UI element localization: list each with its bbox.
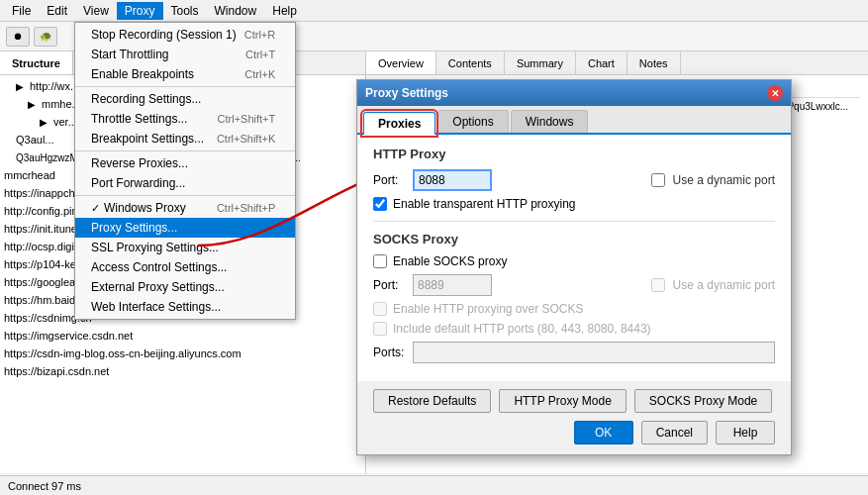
http-transparent-row: Enable transparent HTTP proxying [373,197,775,211]
main-tabs: Overview Contents Summary Chart Notes [366,51,868,75]
menu-item-start-throttling[interactable]: Start Throttling Ctrl+T [75,45,295,64]
socks-enable-label: Enable SOCKS proxy [393,254,507,268]
proxy-settings-dialog: Proxy Settings ✕ Proxies Options Windows… [356,79,792,455]
menu-item-web-interface[interactable]: Web Interface Settings... [75,297,295,317]
dialog-title: Proxy Settings [365,86,448,100]
menu-item-breakpoint-settings[interactable]: Breakpoint Settings... Ctrl+Shift+K [75,129,295,148]
http-transparent-checkbox[interactable] [373,197,387,211]
expand-icon: ▶ [16,81,30,92]
dialog-tab-options[interactable]: Options [437,110,508,133]
tab-summary[interactable]: Summary [505,51,576,74]
socks-ports-input[interactable] [413,342,775,363]
list-item[interactable]: https://imgservice.csdn.net [0,327,365,345]
socks-enable-row: Enable SOCKS proxy [373,254,775,268]
menu-item-external-proxy[interactable]: External Proxy Settings... [75,277,295,297]
socks-default-ports-checkbox[interactable] [373,322,387,336]
http-proxy-mode-button[interactable]: HTTP Proxy Mode [499,389,626,413]
socks-port-label: Port: [373,278,405,292]
help-button[interactable]: Help [716,421,775,445]
ok-button[interactable]: OK [574,421,633,445]
proxy-dropdown-menu: Stop Recording (Session 1) Ctrl+R Start … [74,22,296,320]
http-port-row: Port: Use a dynamic port [373,169,775,191]
dialog-tabs: Proxies Options Windows [357,106,791,135]
menu-item-recording-settings[interactable]: Recording Settings... [75,89,295,109]
checkmark-icon: ✓ [91,202,100,215]
list-item[interactable]: https://csdn-img-blog.oss-cn-beijing.ali… [0,345,365,362]
dialog-footer-bottom: OK Cancel Help [357,417,791,454]
socks-enable-checkbox[interactable] [373,254,387,268]
tab-notes[interactable]: Notes [627,51,681,74]
menu-item-reverse-proxies[interactable]: Reverse Proxies... [75,153,295,173]
menu-item-access-control[interactable]: Access Control Settings... [75,257,295,277]
socks-port-row: Port: Use a dynamic port [373,274,775,296]
menu-item-stop-recording[interactable]: Stop Recording (Session 1) Ctrl+R [75,25,295,45]
record-btn[interactable]: ⏺ [6,27,30,47]
dialog-close-button[interactable]: ✕ [767,85,783,101]
dialog-tab-proxies[interactable]: Proxies [363,112,435,135]
menu-separator [75,195,295,196]
http-transparent-label: Enable transparent HTTP proxying [393,197,576,211]
socks-dynamic-port-checkbox[interactable] [651,278,665,292]
menu-item-throttle-settings[interactable]: Throttle Settings... Ctrl+Shift+T [75,109,295,129]
expand-icon: ▶ [40,117,53,128]
socks-default-ports-label: Include default HTTP ports (80, 443, 808… [393,322,651,336]
status-bar: Connect 97 ms [0,475,868,495]
menu-edit[interactable]: Edit [39,2,75,20]
list-item[interactable]: https://bizapi.csdn.net [0,362,365,380]
socks-http-over-checkbox[interactable] [373,302,387,316]
menu-item-enable-breakpoints[interactable]: Enable Breakpoints Ctrl+K [75,64,295,84]
tab-chart[interactable]: Chart [576,51,627,74]
http-port-label: Port: [373,173,405,187]
status-text: Connect 97 ms [8,480,81,492]
socks-http-over-row: Enable HTTP proxying over SOCKS [373,302,775,316]
restore-defaults-button[interactable]: Restore Defaults [373,389,491,413]
socks-port-input[interactable] [413,274,492,296]
menu-file[interactable]: File [4,2,39,20]
dialog-footer-top: Restore Defaults HTTP Proxy Mode SOCKS P… [357,381,791,417]
menu-item-windows-proxy[interactable]: ✓ Windows Proxy Ctrl+Shift+P [75,198,295,218]
app-window: File Edit View Proxy Tools Window Help ⏺… [0,0,868,495]
dialog-tab-windows[interactable]: Windows [511,110,589,133]
menu-bar: File Edit View Proxy Tools Window Help [0,0,868,22]
section-divider [373,221,775,222]
socks-default-ports-row: Include default HTTP ports (80, 443, 808… [373,322,775,336]
socks-proxy-mode-button[interactable]: SOCKS Proxy Mode [634,389,772,413]
socks-ports-label: Ports: [373,346,405,359]
socks-ports-row: Ports: [373,342,775,363]
http-proxy-title: HTTP Proxy [373,147,775,161]
tab-contents[interactable]: Contents [436,51,505,74]
menu-help[interactable]: Help [264,2,305,20]
http-dynamic-port-checkbox[interactable] [651,173,665,187]
socks-proxy-title: SOCKS Proxy [373,232,775,247]
socks-http-over-label: Enable HTTP proxying over SOCKS [393,302,584,316]
menu-item-ssl-proxying[interactable]: SSL Proxying Settings... [75,238,295,257]
menu-separator [75,150,295,151]
http-dynamic-port-label: Use a dynamic port [673,173,775,187]
cancel-button[interactable]: Cancel [641,421,708,445]
menu-window[interactable]: Window [207,2,265,20]
expand-icon: ▶ [28,99,42,110]
menu-tools[interactable]: Tools [163,2,207,20]
menu-proxy[interactable]: Proxy [117,2,163,20]
dialog-body: HTTP Proxy Port: Use a dynamic port Enab… [357,135,791,381]
menu-separator [75,86,295,87]
sidebar-tab-structure[interactable]: Structure [0,51,73,74]
menu-item-port-forwarding[interactable]: Port Forwarding... [75,173,295,193]
tab-overview[interactable]: Overview [366,51,436,74]
throttle-btn[interactable]: 🐢 [34,27,57,47]
socks-dynamic-port-label: Use a dynamic port [673,278,775,292]
dialog-titlebar: Proxy Settings ✕ [357,80,791,106]
menu-item-proxy-settings[interactable]: Proxy Settings... [75,218,295,238]
http-port-input[interactable] [413,169,492,191]
menu-view[interactable]: View [75,2,117,20]
